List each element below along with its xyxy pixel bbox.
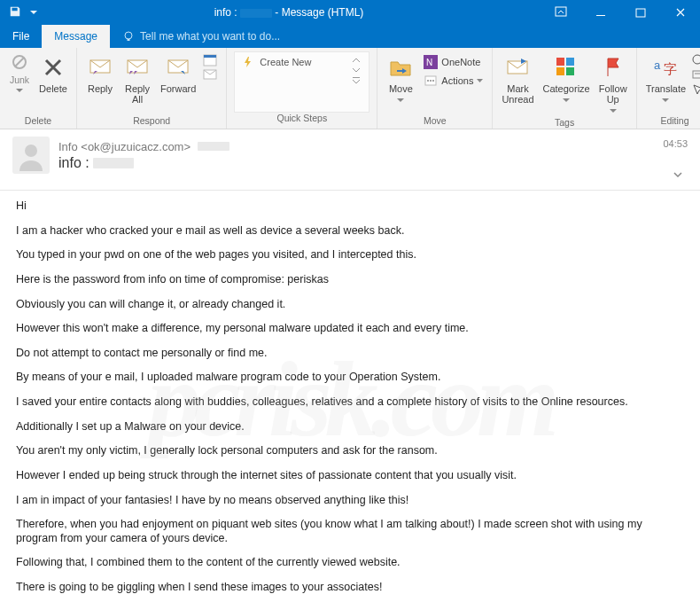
svg-rect-13	[353, 77, 360, 78]
select-icon[interactable]	[691, 83, 700, 96]
actions-icon	[424, 74, 438, 88]
reply-icon	[87, 57, 113, 78]
more-respond-icon[interactable]	[203, 69, 219, 82]
chevron-down-icon	[16, 89, 23, 93]
categorize-button[interactable]: Categorize	[540, 51, 594, 106]
body-line: Do not attempt to contact me personally …	[16, 347, 684, 361]
person-icon	[15, 139, 47, 171]
svg-line-6	[15, 58, 24, 66]
svg-rect-21	[556, 58, 564, 66]
body-line: However I ended up being struck through …	[16, 469, 684, 483]
svg-rect-2	[636, 9, 645, 17]
find-icon[interactable]	[691, 53, 700, 67]
title-bar: info : - Message (HTML)	[0, 0, 700, 25]
ribbon: Junk Delete Delete Reply Reply All Forwa…	[0, 48, 700, 129]
chevron-down-icon	[397, 98, 404, 103]
ribbon-group-tags: Mark Unread Categorize Follow Up Tags	[493, 48, 636, 129]
message-body[interactable]: Hi I am a hacker who cracked your e mail…	[0, 191, 700, 602]
redacted-subject-part	[93, 158, 134, 168]
body-line: I saved your entire contacts along with …	[16, 395, 684, 410]
svg-point-3	[125, 32, 132, 39]
related-icon[interactable]	[691, 69, 700, 82]
quick-steps-gallery[interactable]: Create New	[234, 51, 369, 113]
junk-button[interactable]: Junk	[5, 51, 34, 95]
body-line: Additionally I set up a Malware on your …	[16, 420, 684, 434]
subject-field: info :	[58, 155, 654, 171]
svg-rect-29	[693, 71, 700, 78]
svg-rect-11	[204, 55, 216, 58]
respond-more	[201, 51, 221, 82]
ribbon-group-move: Move NOneNote Actions Move	[377, 48, 493, 129]
maximize-button[interactable]	[620, 0, 660, 25]
delete-button[interactable]: Delete	[35, 51, 71, 96]
lightning-icon	[242, 56, 254, 68]
svg-rect-4	[128, 39, 130, 41]
ribbon-options-icon[interactable]	[541, 0, 580, 25]
gallery-down-icon[interactable]	[351, 66, 362, 74]
onenote-button[interactable]: NOneNote	[420, 53, 486, 71]
svg-point-27	[693, 55, 700, 64]
follow-up-button[interactable]: Follow Up	[595, 51, 631, 117]
reply-all-icon	[124, 57, 151, 78]
svg-text:字: 字	[664, 61, 677, 76]
svg-point-18	[430, 80, 432, 82]
tell-me-search[interactable]: Tell me what you want to do...	[110, 25, 292, 48]
gallery-up-icon[interactable]	[351, 56, 362, 65]
qat-dropdown-icon[interactable]	[30, 6, 37, 19]
reply-all-button[interactable]: Reply All	[120, 51, 155, 106]
svg-rect-0	[556, 7, 566, 16]
svg-point-19	[432, 80, 434, 82]
sender-avatar	[12, 137, 50, 174]
message-header: Info <ok@juzuicacz.com> info : 04:53	[0, 129, 700, 191]
body-line: Obviously you can will change it, or alr…	[16, 298, 684, 312]
delete-x-icon	[41, 55, 66, 80]
move-button[interactable]: Move	[383, 51, 418, 106]
tab-message[interactable]: Message	[42, 25, 110, 48]
body-line: I am a hacker who cracked your e mail as…	[16, 224, 684, 238]
ribbon-group-editing: a字 Translate Editing	[637, 48, 700, 129]
body-line: Here is the password from info on time o…	[16, 273, 684, 287]
actions-button[interactable]: Actions	[420, 72, 486, 90]
gallery-more-icon[interactable]	[351, 75, 362, 84]
svg-text:N: N	[426, 58, 432, 67]
reply-button[interactable]: Reply	[82, 51, 118, 96]
expand-header-icon[interactable]	[672, 168, 688, 184]
svg-point-33	[25, 145, 37, 157]
forward-icon	[165, 57, 191, 78]
body-line: Following that, I combined them to the c…	[16, 556, 684, 570]
body-line: You typed in your pwd on one of the web …	[16, 248, 684, 262]
lightbulb-icon	[122, 30, 135, 43]
translate-button[interactable]: a字 Translate	[642, 51, 689, 106]
tab-file[interactable]: File	[0, 25, 42, 48]
mark-unread-button[interactable]: Mark Unread	[498, 51, 537, 106]
window-controls	[541, 0, 700, 25]
received-time: 04:53	[663, 137, 688, 149]
onenote-icon: N	[424, 55, 438, 69]
body-line: Hi	[16, 199, 684, 214]
meeting-icon[interactable]	[203, 53, 219, 67]
ribbon-tabs: File Message Tell me what you want to do…	[0, 25, 700, 48]
svg-point-17	[427, 80, 429, 82]
quick-access-toolbar	[0, 5, 37, 20]
junk-icon	[11, 53, 28, 71]
mark-unread-icon	[505, 57, 530, 78]
svg-rect-1	[596, 15, 605, 16]
body-line: Therefore, when you had enjoyment on piq…	[16, 518, 684, 545]
body-line: However this won't make a difference, my…	[16, 322, 684, 336]
categorize-icon	[555, 56, 578, 79]
ribbon-group-quicksteps: Create New Quick Steps	[227, 48, 377, 129]
window-title: info : - Message (HTML)	[37, 6, 541, 19]
body-line: You aren't my only victim, I generally l…	[16, 444, 684, 458]
svg-text:a: a	[654, 59, 661, 72]
ribbon-group-delete: Junk Delete Delete	[0, 48, 77, 129]
save-icon[interactable]	[9, 5, 21, 20]
close-button[interactable]	[660, 0, 700, 25]
minimize-button[interactable]	[580, 0, 620, 25]
svg-rect-24	[566, 67, 574, 75]
translate-icon: a字	[653, 56, 678, 79]
body-line: By means of your e mail, I uploaded malw…	[16, 371, 684, 385]
ribbon-group-respond: Reply Reply All Forward Respond	[77, 48, 227, 129]
move-folder-icon	[388, 56, 413, 79]
forward-button[interactable]: Forward	[157, 51, 199, 96]
body-line: There is going to be giggling when I sen…	[16, 581, 684, 595]
